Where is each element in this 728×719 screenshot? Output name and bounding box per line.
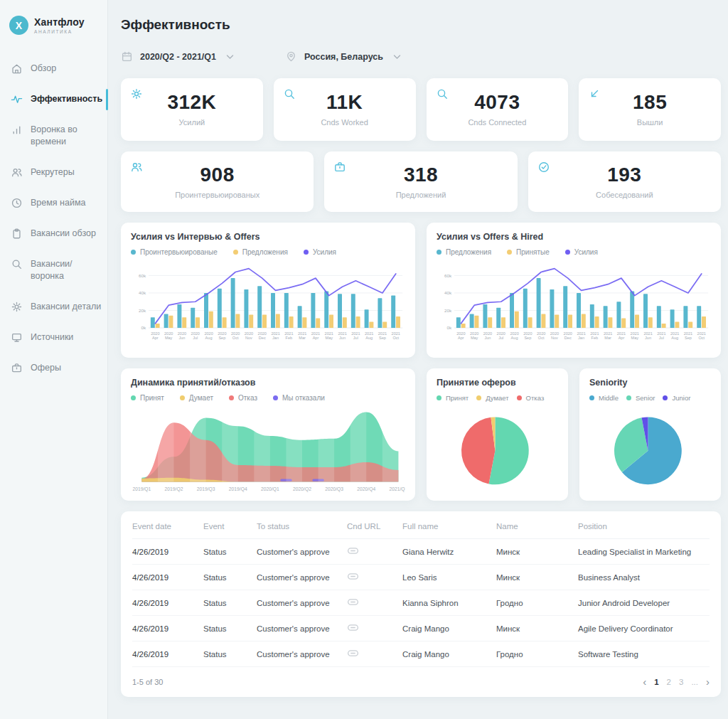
- sidebar-item[interactable]: Время найма: [0, 188, 107, 218]
- legend-label: Мы отказали: [282, 394, 325, 402]
- svg-text:2020May: 2020May: [164, 331, 173, 341]
- gear-icon: [11, 301, 23, 313]
- kpi-label: Проинтервьюированых: [175, 191, 259, 199]
- legend-dot: [476, 395, 481, 400]
- kpi-card: 318Предложений: [324, 151, 517, 212]
- svg-text:2021Apr: 2021Apr: [311, 331, 320, 341]
- table-body: 4/26/2019StatusCustomer's approveGiana H…: [132, 539, 710, 667]
- table-cell: 4/26/2019: [132, 573, 203, 582]
- legend-dot: [229, 395, 234, 400]
- sidebar-item[interactable]: Оферы: [0, 353, 107, 383]
- sidebar-item[interactable]: Воронка во времени: [0, 114, 107, 157]
- link-icon[interactable]: [347, 624, 359, 632]
- kpi-card: 908Проинтервьюированых: [121, 151, 314, 212]
- sidebar-item[interactable]: Рекрутеры: [0, 157, 107, 188]
- pagination-prev-button[interactable]: ‹: [643, 676, 646, 687]
- svg-text:2020Dec: 2020Dec: [258, 331, 267, 341]
- sidebar-item[interactable]: Обзор: [0, 53, 107, 84]
- table-cell: Agile Delivery Coordinator: [578, 624, 710, 633]
- link-icon[interactable]: [347, 547, 359, 555]
- svg-text:40k: 40k: [444, 290, 452, 295]
- legend-item: Усилия: [565, 248, 598, 256]
- link-icon[interactable]: [347, 649, 359, 657]
- svg-text:2021May: 2021May: [325, 331, 333, 341]
- chart-title: Seniority: [589, 378, 711, 388]
- legend-label: Предложения: [446, 248, 491, 256]
- kpi-card: 4073Cnds Connected: [427, 78, 569, 141]
- legend-dot: [517, 395, 522, 400]
- svg-text:2020Oct: 2020Oct: [231, 331, 240, 341]
- pagination-page-button[interactable]: 2: [667, 678, 671, 686]
- table-cell: Leading Specialist in Marketing: [578, 548, 710, 556]
- table-column-header: Cnd URL: [347, 522, 402, 531]
- sidebar-item[interactable]: Вакансии обзор: [0, 218, 107, 249]
- kpi-card: 193Собеседований: [528, 151, 721, 212]
- svg-text:2021Mar: 2021Mar: [604, 331, 612, 341]
- table-cell: Giana Herwitz: [402, 548, 496, 556]
- table-cell: Customer's approve: [257, 599, 347, 607]
- legend-dot: [663, 395, 668, 400]
- activity-icon: [11, 93, 23, 105]
- sidebar-item[interactable]: Вакансии/воронка: [0, 249, 107, 292]
- chart-card-efforts-vs-interviews: Усилия vs Интервью & Offers Проинтервьюи…: [121, 223, 415, 358]
- svg-text:2021Aug: 2021Aug: [365, 331, 373, 341]
- sidebar-item[interactable]: Эффективность: [0, 84, 107, 114]
- table-column-header: Name: [496, 522, 578, 531]
- legend-label: Принятые: [516, 248, 550, 256]
- monitor-icon: [11, 331, 23, 343]
- table-cell: Business Analyst: [578, 573, 710, 582]
- kpi-value: 11K: [326, 92, 363, 112]
- chart-card-offer-acceptance: Принятие оферов ПринятДумаетОтказ: [427, 368, 568, 501]
- table-footer: 1-5 of 30 ‹123...›: [132, 667, 710, 697]
- legend-label: Отказ: [526, 394, 545, 402]
- kpi-card: 312KУсилий: [121, 78, 263, 141]
- pagination-next-button[interactable]: ›: [706, 676, 710, 687]
- kpi-value: 185: [633, 92, 667, 112]
- legend-label: Думает: [189, 394, 213, 402]
- pagination-page-button[interactable]: 3: [679, 678, 683, 686]
- pie-chart-svg: [437, 405, 558, 492]
- date-range-value: 2020/Q2 - 2021/Q1: [140, 52, 216, 62]
- legend-item: Junior: [663, 394, 690, 402]
- kpi-label: Собеседований: [596, 191, 653, 199]
- sidebar-item-label: Оферы: [31, 362, 61, 374]
- legend-item: Отказ: [517, 394, 545, 402]
- sidebar-item-label: Эффективность: [31, 93, 102, 105]
- table-row: 4/26/2019StatusCustomer's approveKianna …: [132, 590, 710, 616]
- table-cell: Status: [203, 573, 257, 582]
- sidebar-item[interactable]: Источники: [0, 322, 107, 353]
- sidebar-item-label: Рекрутеры: [31, 166, 75, 179]
- legend-dot: [304, 250, 309, 255]
- sidebar-item[interactable]: Вакансии детали: [0, 292, 107, 322]
- kpi-label: Предложений: [396, 191, 446, 199]
- link-icon[interactable]: [347, 572, 359, 580]
- pagination-page-button[interactable]: 1: [654, 678, 658, 686]
- svg-text:40k: 40k: [139, 290, 146, 295]
- svg-text:2019/Q4: 2019/Q4: [229, 486, 247, 492]
- sidebar-item-label: Вакансии/воронка: [31, 258, 102, 282]
- chevron-down-icon: [226, 54, 234, 60]
- svg-text:2020Apr: 2020Apr: [151, 331, 159, 341]
- legend-item: Отказ: [229, 394, 257, 402]
- date-range-filter[interactable]: 2020/Q2 - 2021/Q1: [121, 50, 234, 63]
- chevron-down-icon: [393, 54, 401, 60]
- table-cell: Craig Mango: [402, 650, 496, 659]
- kpi-card: 185Вышли: [579, 78, 721, 141]
- svg-text:2021Jul: 2021Jul: [351, 331, 360, 341]
- link-icon[interactable]: [347, 598, 359, 606]
- legend-item: Принят: [131, 394, 164, 402]
- table-column-header: Event date: [132, 522, 203, 531]
- svg-text:20k: 20k: [444, 308, 452, 313]
- table-cell: Гродно: [496, 599, 578, 607]
- table-cell: Customer's approve: [257, 624, 347, 633]
- table-cell: Kianna Siphron: [402, 599, 496, 607]
- table-row: 4/26/2019StatusCustomer's approveLeo Sar…: [132, 565, 710, 590]
- legend-label: Middle: [599, 394, 619, 402]
- region-filter[interactable]: Россия, Беларусь: [285, 50, 401, 63]
- logo-icon: X: [9, 16, 28, 35]
- chart-legend: ПроинтервьюированыеПредложенияУсилия: [131, 248, 405, 256]
- svg-text:2020Jun: 2020Jun: [178, 331, 186, 341]
- table-row: 4/26/2019StatusCustomer's approveCraig M…: [132, 616, 710, 641]
- gear-icon: [130, 87, 143, 100]
- table-column-header: Event: [203, 522, 257, 531]
